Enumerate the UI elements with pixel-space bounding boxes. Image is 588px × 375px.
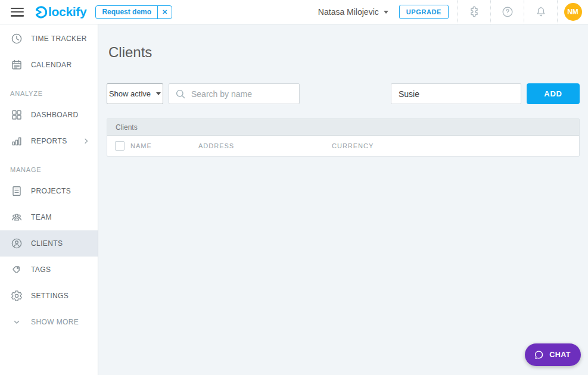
sidebar-item-clients[interactable]: CLIENTS bbox=[0, 230, 98, 257]
puzzle-icon bbox=[468, 5, 481, 18]
sidebar-item-label: DASHBOARD bbox=[31, 111, 79, 119]
help-button[interactable] bbox=[490, 0, 524, 24]
sidebar-item-label: SETTINGS bbox=[31, 292, 69, 300]
search-icon bbox=[175, 89, 186, 99]
logo-text: lockify bbox=[48, 5, 86, 19]
request-demo-label[interactable]: Request demo bbox=[96, 6, 157, 18]
sidebar: TIME TRACKER CALENDAR ANALYZE DASHBOARD bbox=[0, 24, 98, 375]
sidebar-item-label: TIME TRACKER bbox=[31, 35, 87, 43]
reports-icon bbox=[10, 135, 23, 147]
close-icon[interactable]: ✕ bbox=[157, 6, 172, 18]
show-active-dropdown[interactable]: Show active bbox=[107, 83, 163, 104]
top-header: lockify Request demo ✕ Natasa Milojevic … bbox=[0, 0, 588, 24]
calendar-icon bbox=[10, 59, 23, 71]
main-content: Clients Show active ADD Clients bbox=[98, 24, 588, 375]
sidebar-section-analyze: ANALYZE bbox=[0, 78, 98, 102]
show-active-label: Show active bbox=[109, 89, 151, 98]
column-header-name: NAME bbox=[130, 142, 198, 149]
sidebar-item-dashboard[interactable]: DASHBOARD bbox=[0, 102, 98, 128]
search-box bbox=[169, 83, 300, 104]
sidebar-item-reports[interactable]: REPORTS bbox=[0, 128, 98, 154]
client-icon bbox=[10, 238, 23, 249]
sidebar-item-show-more[interactable]: SHOW MORE bbox=[0, 309, 98, 335]
page-title: Clients bbox=[108, 44, 580, 61]
table-column-header-row: NAME ADDRESS CURRENCY bbox=[107, 136, 579, 156]
clock-logo-icon bbox=[34, 5, 48, 19]
user-name: Natasa Milojevic bbox=[318, 7, 379, 17]
profile-button[interactable]: NM bbox=[557, 0, 588, 24]
caret-down-icon bbox=[384, 11, 388, 14]
dashboard-icon bbox=[10, 109, 23, 121]
clock-icon bbox=[10, 33, 23, 45]
column-header-address: ADDRESS bbox=[198, 142, 332, 149]
sidebar-item-time-tracker[interactable]: TIME TRACKER bbox=[0, 26, 98, 52]
hamburger-menu-icon[interactable] bbox=[11, 8, 24, 17]
chevron-right-icon bbox=[82, 137, 91, 145]
question-circle-icon bbox=[501, 5, 514, 18]
sidebar-item-label: REPORTS bbox=[31, 137, 67, 145]
caret-down-icon bbox=[156, 92, 161, 95]
sidebar-item-label: TEAM bbox=[31, 213, 52, 221]
sidebar-item-label: CLIENTS bbox=[31, 239, 63, 248]
sidebar-item-calendar[interactable]: CALENDAR bbox=[0, 52, 98, 78]
chat-label: CHAT bbox=[549, 351, 571, 359]
bell-icon bbox=[534, 5, 547, 18]
chevron-down-icon bbox=[10, 318, 23, 326]
sidebar-item-label: CALENDAR bbox=[31, 61, 72, 69]
avatar[interactable]: NM bbox=[564, 3, 582, 21]
clockify-logo[interactable]: lockify bbox=[34, 5, 86, 19]
sidebar-item-label: TAGS bbox=[31, 265, 51, 274]
sidebar-item-projects[interactable]: PROJECTS bbox=[0, 178, 98, 204]
sidebar-item-team[interactable]: TEAM bbox=[0, 204, 98, 230]
add-button[interactable]: ADD bbox=[527, 83, 580, 104]
upgrade-button[interactable]: UPGRADE bbox=[399, 5, 449, 19]
sidebar-section-manage: MANAGE bbox=[0, 154, 98, 178]
apps-button[interactable] bbox=[457, 0, 490, 24]
notifications-button[interactable] bbox=[524, 0, 557, 24]
sidebar-item-tags[interactable]: TAGS bbox=[0, 257, 98, 283]
sidebar-item-label: SHOW MORE bbox=[31, 318, 79, 326]
request-demo-badge[interactable]: Request demo ✕ bbox=[95, 5, 172, 19]
tag-icon bbox=[10, 264, 23, 276]
chat-button[interactable]: CHAT bbox=[525, 343, 581, 366]
select-all-checkbox[interactable] bbox=[115, 141, 125, 151]
user-menu[interactable]: Natasa Milojevic bbox=[315, 7, 392, 17]
sidebar-item-settings[interactable]: SETTINGS bbox=[0, 283, 98, 309]
new-client-input[interactable] bbox=[391, 83, 521, 104]
chat-bubble-icon bbox=[533, 349, 545, 361]
sidebar-item-label: PROJECTS bbox=[31, 187, 71, 195]
gear-icon bbox=[10, 290, 23, 302]
table-title: Clients bbox=[107, 119, 579, 136]
document-icon bbox=[10, 185, 23, 197]
search-input[interactable] bbox=[191, 89, 299, 99]
team-icon bbox=[10, 211, 23, 223]
column-header-currency: CURRENCY bbox=[332, 142, 374, 149]
filter-row: Show active ADD bbox=[107, 83, 580, 104]
clients-table: Clients NAME ADDRESS CURRENCY bbox=[107, 118, 580, 157]
